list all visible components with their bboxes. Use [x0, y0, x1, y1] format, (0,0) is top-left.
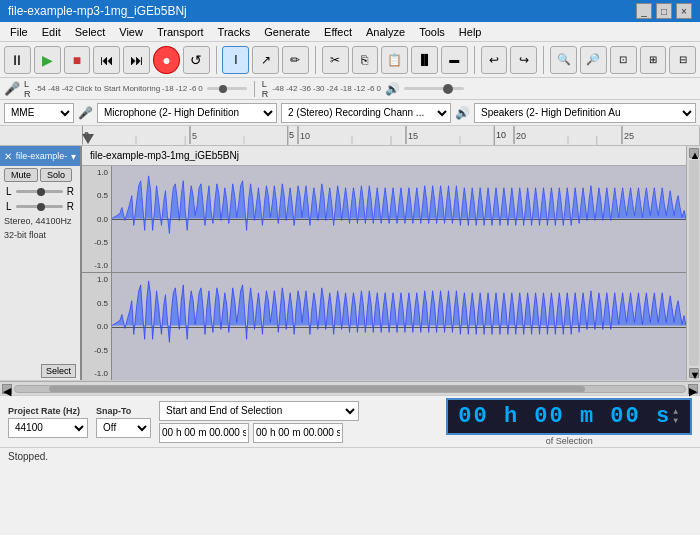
svg-text:10: 10 — [300, 131, 310, 141]
gain-control[interactable]: L R — [0, 184, 80, 199]
horizontal-scrollbar[interactable]: ◀ ▶ — [0, 381, 700, 395]
selection-type-select[interactable]: Start and End of Selection — [159, 401, 359, 421]
menu-view[interactable]: View — [113, 25, 149, 39]
close-button[interactable]: × — [676, 3, 692, 19]
record-button[interactable]: ● — [153, 46, 180, 74]
pan-slider-track[interactable] — [16, 205, 63, 208]
channel-bottom[interactable]: 1.0 0.5 0.0 -0.5 -1.0 — [82, 273, 686, 380]
device-bar: MME 🎤 Microphone (2- High Definition 2 (… — [0, 100, 700, 126]
undo-button[interactable]: ↩ — [481, 46, 508, 74]
scroll-down-button[interactable]: ▼ — [689, 368, 699, 378]
pause-button[interactable]: ⏸ — [4, 46, 31, 74]
menu-help[interactable]: Help — [453, 25, 488, 39]
snap-to-group: Snap-To Off — [96, 406, 151, 438]
project-rate-select[interactable]: 44100 — [8, 418, 88, 438]
skip-forward-button[interactable]: ⏭ — [123, 46, 150, 74]
scroll-track-h[interactable] — [14, 385, 686, 393]
menu-select[interactable]: Select — [69, 25, 112, 39]
snap-to-select[interactable]: Off — [96, 418, 151, 438]
speaker-icon-device: 🔊 — [455, 106, 470, 120]
select-tool-button[interactable]: ↗ — [252, 46, 279, 74]
menu-tools[interactable]: Tools — [413, 25, 451, 39]
menu-edit[interactable]: Edit — [36, 25, 67, 39]
mic-icon: 🎤 — [78, 106, 93, 120]
input-device-select[interactable]: Microphone (2- High Definition — [97, 103, 277, 123]
selection-start-input[interactable] — [159, 423, 249, 443]
of-selection-label: of Selection — [546, 436, 593, 446]
toolbar-separator-1 — [216, 46, 217, 74]
svg-text:5: 5 — [192, 131, 197, 141]
time-arrow-up[interactable]: ▲ — [673, 407, 680, 416]
gain-r-label: R — [67, 186, 74, 197]
zoom-all-button[interactable]: ⊟ — [669, 46, 696, 74]
time-arrow-down[interactable]: ▼ — [673, 416, 680, 425]
menu-effect[interactable]: Effect — [318, 25, 358, 39]
menu-generate[interactable]: Generate — [258, 25, 316, 39]
paste-button[interactable]: 📋 — [381, 46, 408, 74]
output-volume-slider-track[interactable] — [404, 87, 464, 90]
waveform-svg-top — [112, 166, 686, 272]
vu-left-numbers: -54 -48 -42 Click to Start Monitoring -1… — [35, 84, 203, 93]
time-display: 00 h 00 m 00 s ▲ ▼ — [446, 398, 692, 435]
toolbar-separator-3 — [474, 46, 475, 74]
channel-top[interactable]: 1.0 0.5 0.0 -0.5 -1.0 — [82, 166, 686, 273]
menu-tracks[interactable]: Tracks — [212, 25, 257, 39]
input-volume-slider[interactable] — [219, 85, 227, 93]
zoom-out-button[interactable]: 🔎 — [580, 46, 607, 74]
output-device-select[interactable]: Speakers (2- High Definition Au — [474, 103, 696, 123]
vu-right-numbers: -48 -42 -36 -30 -24 -18 -12 -6 0 — [272, 84, 381, 93]
output-volume-thumb[interactable] — [443, 84, 453, 94]
stop-button[interactable]: ■ — [64, 46, 91, 74]
cursor-tool-button[interactable]: I — [222, 46, 249, 74]
skip-back-button[interactable]: ⏮ — [93, 46, 120, 74]
redo-button[interactable]: ↪ — [510, 46, 537, 74]
track-menu-icon[interactable]: ▾ — [71, 151, 76, 162]
bottom-bar: Project Rate (Hz) 44100 Snap-To Off Star… — [0, 395, 700, 447]
zoom-sel-button[interactable]: ⊞ — [640, 46, 667, 74]
pan-slider-thumb[interactable] — [37, 203, 45, 211]
scroll-thumb-v[interactable] — [689, 160, 699, 366]
gain-slider-track[interactable] — [16, 190, 63, 193]
draw-tool-button[interactable]: ✏ — [282, 46, 309, 74]
time-display-group: 00 h 00 m 00 s ▲ ▼ of Selection — [446, 398, 692, 446]
menu-analyze[interactable]: Analyze — [360, 25, 411, 39]
host-select[interactable]: MME — [4, 103, 74, 123]
time-arrows[interactable]: ▲ ▼ — [673, 407, 680, 425]
trim-button[interactable]: ▐▌ — [411, 46, 438, 74]
track-header: ✕ file-example- ▾ Mute Solo L R L R Ster… — [0, 146, 82, 380]
vu-separator — [254, 81, 255, 97]
scroll-right-button[interactable]: ▶ — [688, 384, 698, 394]
vertical-scrollbar[interactable]: ▲ ▼ — [686, 146, 700, 380]
waveform-title: file-example-mp3-1mg_iGEb5BNj — [82, 146, 686, 166]
channel-select[interactable]: 2 (Stereo) Recording Chann ... — [281, 103, 451, 123]
loop-button[interactable]: ↺ — [183, 46, 210, 74]
cut-button[interactable]: ✂ — [322, 46, 349, 74]
menu-file[interactable]: File — [4, 25, 34, 39]
y-axis-bottom: 1.0 0.5 0.0 -0.5 -1.0 — [82, 273, 112, 380]
solo-button[interactable]: Solo — [40, 168, 72, 182]
scroll-thumb-h[interactable] — [49, 386, 585, 392]
status-text: Stopped. — [8, 451, 48, 462]
scroll-left-button[interactable]: ◀ — [2, 384, 12, 394]
waveform-container[interactable]: file-example-mp3-1mg_iGEb5BNj 1.0 0.5 0.… — [82, 146, 686, 380]
scroll-up-button[interactable]: ▲ — [689, 148, 699, 158]
maximize-button[interactable]: □ — [656, 3, 672, 19]
input-volume-control[interactable] — [207, 87, 247, 90]
svg-text:15: 15 — [408, 131, 418, 141]
mic-icon-left: 🎤 — [4, 81, 20, 96]
zoom-fit-button[interactable]: ⊡ — [610, 46, 637, 74]
play-button[interactable]: ▶ — [34, 46, 61, 74]
pan-control[interactable]: L R — [0, 199, 80, 214]
silence-button[interactable]: ▬ — [441, 46, 468, 74]
zoom-in-button[interactable]: 🔍 — [550, 46, 577, 74]
track-close-icon[interactable]: ✕ — [4, 151, 12, 162]
time-value: 00 h 00 m 00 s — [458, 404, 671, 429]
mute-button[interactable]: Mute — [4, 168, 38, 182]
gain-slider-thumb[interactable] — [37, 188, 45, 196]
selection-end-input[interactable] — [253, 423, 343, 443]
select-button[interactable]: Select — [41, 364, 76, 378]
menu-transport[interactable]: Transport — [151, 25, 210, 39]
selection-inputs — [159, 423, 359, 443]
copy-button[interactable]: ⎘ — [352, 46, 379, 74]
minimize-button[interactable]: _ — [636, 3, 652, 19]
